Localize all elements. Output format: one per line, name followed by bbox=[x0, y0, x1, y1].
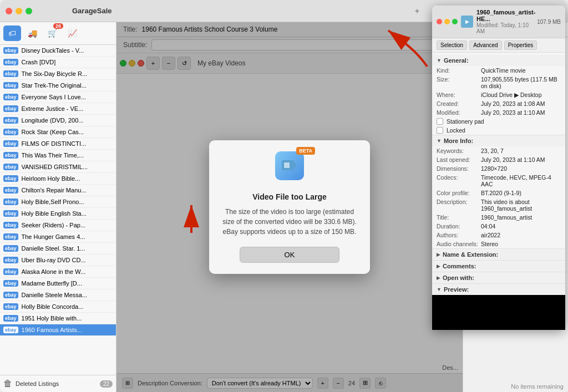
list-item-selected[interactable]: ebay1960 Famous Artists... bbox=[0, 324, 116, 336]
sidebar: 🏷 🚚 🛒 26 📈 ebayDisney DuckTales - V... e… bbox=[0, 22, 116, 392]
list-item[interactable]: ebayThe Hunger Games 4... bbox=[0, 231, 116, 243]
size-value: 107,905,555 bytes (117.5 MB on disk) bbox=[481, 76, 561, 89]
svg-marker-1 bbox=[294, 162, 297, 168]
add-icon[interactable]: ＋ bbox=[412, 6, 423, 17]
info-filesize: 107.9 MB bbox=[537, 19, 561, 25]
sidebar-footer: 🗑 Deleted Listings 22 bbox=[0, 375, 116, 392]
trash-icon[interactable]: 🗑 bbox=[3, 379, 12, 389]
kind-value: QuickTime movie bbox=[481, 67, 561, 74]
sidebar-tab-listings[interactable]: 🏷 bbox=[3, 26, 21, 41]
info-general-header[interactable]: ▼ General: bbox=[432, 55, 565, 66]
app-title: GarageSale bbox=[72, 7, 112, 15]
kind-key: Kind: bbox=[437, 67, 481, 74]
audio-row: Audio channels: Stereo bbox=[432, 240, 565, 248]
list-item[interactable]: ebayThis Was Their Time,... bbox=[0, 150, 116, 161]
openwith-label: Open with: bbox=[443, 274, 474, 281]
close-button[interactable] bbox=[6, 8, 12, 14]
info-size-row: Size: 107,905,555 bytes (117.5 MB on dis… bbox=[432, 75, 565, 90]
info-preview-section: ▼ Preview: bbox=[432, 284, 565, 330]
list-item[interactable]: ebayHolly Bible Concorda... bbox=[0, 301, 116, 313]
info-traffic-lights bbox=[437, 19, 458, 24]
sidebar-tabs: 🏷 🚚 🛒 26 📈 bbox=[0, 22, 116, 45]
list-item[interactable]: ebayDanielle Steel. Star. 1... bbox=[0, 243, 116, 254]
modal-overlay: BETA Video File too Large The size of th… bbox=[116, 22, 463, 392]
info-general-section: ▼ General: Kind: QuickTime movie Size: 1… bbox=[432, 55, 565, 135]
list-item[interactable]: ebayVANISHED GRISTMIL... bbox=[0, 161, 116, 173]
sidebar-list: ebayDisney DuckTales - V... ebayCrash [D… bbox=[0, 45, 116, 375]
info-properties-btn[interactable]: Properties bbox=[504, 40, 537, 50]
info-modified: Modified: Today, 1:10 AM bbox=[476, 22, 534, 34]
list-item[interactable]: ebayRock Star (Keep Cas... bbox=[0, 126, 116, 138]
list-item[interactable]: ebayDisney DuckTales - V... bbox=[0, 45, 116, 57]
comments-chevron-icon: ▶ bbox=[437, 263, 440, 269]
list-item[interactable]: ebayCrash [DVD] bbox=[0, 57, 116, 68]
info-selection-btn[interactable]: Selection bbox=[437, 40, 467, 50]
list-item[interactable]: ebayLongitude (DVD, 200... bbox=[0, 115, 116, 126]
name-label: Name & Extension: bbox=[443, 251, 498, 258]
sidebar-tab-orders[interactable]: 🛒 26 bbox=[43, 26, 61, 41]
list-item[interactable]: ebayFILMS OF DISTINCTI... bbox=[0, 138, 116, 150]
info-comments-header[interactable]: ▶ Comments: bbox=[432, 261, 565, 272]
list-item[interactable]: ebayMadame Butterfly [D... bbox=[0, 278, 116, 289]
list-item[interactable]: ebayUber Blu-ray DVD CD... bbox=[0, 254, 116, 266]
general-chevron-icon: ▼ bbox=[437, 58, 442, 63]
info-more-header[interactable]: ▼ More Info: bbox=[432, 135, 565, 146]
video-too-large-modal: BETA Video File too Large The size of th… bbox=[209, 140, 370, 274]
general-label: General: bbox=[444, 57, 469, 64]
locked-checkbox[interactable] bbox=[437, 127, 443, 134]
preview-area bbox=[432, 295, 565, 330]
codecs-row: Codecs: Timecode, HEVC, MPEG-4 AAC bbox=[432, 173, 565, 189]
list-item[interactable]: ebayExtreme Justice - VE... bbox=[0, 103, 116, 115]
comments-label: Comments: bbox=[443, 263, 476, 269]
where-value: iCloud Drive ▶ Desktop bbox=[481, 91, 561, 98]
list-item[interactable]: ebayHoly Bible English Sta... bbox=[0, 208, 116, 220]
deleted-count-badge: 22 bbox=[100, 380, 113, 388]
keywords-row: Keywords: 23, 20, 7 bbox=[432, 146, 565, 155]
minimize-button[interactable] bbox=[16, 8, 22, 14]
info-more-section: ▼ More Info: Keywords: 23, 20, 7 Last op… bbox=[432, 135, 565, 249]
video-icon bbox=[281, 157, 298, 175]
list-item[interactable]: ebayHeirloom Holy Bible... bbox=[0, 173, 116, 185]
deleted-listings-label: Deleted Listings bbox=[16, 380, 97, 387]
dimensions-row: Dimensions: 1280×720 bbox=[432, 164, 565, 173]
info-minimize-button[interactable] bbox=[444, 19, 450, 24]
list-item[interactable]: ebayDanielle Steele Messa... bbox=[0, 289, 116, 301]
list-item[interactable]: ebay1951 Holy Bible with... bbox=[0, 313, 116, 324]
desc-row: Description: This video is about 1960_fa… bbox=[432, 197, 565, 213]
no-items-label: No items remaining bbox=[463, 381, 568, 392]
modal-body: The size of the video is too large (esti… bbox=[220, 207, 359, 237]
beta-badge: BETA bbox=[296, 147, 315, 155]
info-close-button[interactable] bbox=[437, 19, 442, 24]
duration-row: Duration: 04:04 bbox=[432, 222, 565, 231]
modal-ok-button[interactable]: OK bbox=[240, 247, 339, 263]
list-item[interactable]: ebayAlaska Alone in the W... bbox=[0, 266, 116, 278]
info-advanced-btn[interactable]: Advanced bbox=[469, 40, 501, 50]
info-filename: 1960_famous_artist-HE... bbox=[476, 9, 534, 22]
list-item[interactable]: ebayHoly Bible,Self Prono... bbox=[0, 196, 116, 208]
list-item[interactable]: ebayThe Six-Day Bicycle R... bbox=[0, 68, 116, 80]
sidebar-tab-analytics[interactable]: 📈 bbox=[63, 26, 81, 41]
preview-chevron-icon: ▼ bbox=[437, 287, 442, 292]
list-item[interactable]: ebayStar Trek-The Original... bbox=[0, 80, 116, 91]
content-area: Title: 1960 Famous Artists School Course… bbox=[116, 22, 463, 392]
info-zoom-button[interactable] bbox=[452, 19, 458, 24]
list-item[interactable]: ebaySeeker (Riders) - Pap... bbox=[0, 220, 116, 231]
info-comments-section: ▶ Comments: bbox=[432, 261, 565, 272]
info-kind-row: Kind: QuickTime movie bbox=[432, 66, 565, 75]
maximize-button[interactable] bbox=[26, 8, 32, 14]
list-item[interactable]: ebayEveryone Says I Love... bbox=[0, 91, 116, 103]
info-openwith-header[interactable]: ▶ Open with: bbox=[432, 272, 565, 283]
info-preview-header[interactable]: ▼ Preview: bbox=[432, 284, 565, 295]
openwith-chevron-icon: ▶ bbox=[437, 275, 440, 281]
info-where-row: Where: iCloud Drive ▶ Desktop bbox=[432, 90, 565, 99]
info-file-icon: ▶ bbox=[461, 16, 473, 28]
info-openwith-section: ▶ Open with: bbox=[432, 272, 565, 284]
stationery-checkbox[interactable] bbox=[437, 118, 443, 125]
where-key: Where: bbox=[437, 91, 481, 98]
info-name-section: ▶ Name & Extension: bbox=[432, 249, 565, 261]
modal-title: Video File too Large bbox=[220, 192, 359, 201]
sidebar-tab-shipping[interactable]: 🚚 bbox=[23, 26, 41, 41]
list-item[interactable]: ebayChilton's Repair Manu... bbox=[0, 185, 116, 196]
info-name-header[interactable]: ▶ Name & Extension: bbox=[432, 249, 565, 260]
title-row-info: Title: 1960_famous_artist bbox=[432, 213, 565, 222]
